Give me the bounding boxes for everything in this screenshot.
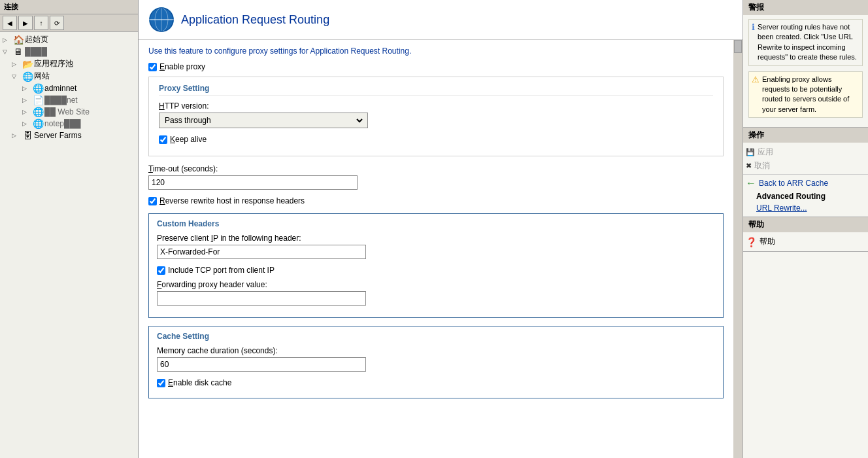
memory-cache-label: Memory cache duration (seconds): — [157, 346, 715, 355]
content-header: Application Request Routing — [139, 0, 743, 40]
sites-icon: 🌐 — [22, 71, 33, 82]
warn-icon: ⚠ — [752, 75, 760, 115]
serverfarms-label: Server Farms — [34, 131, 82, 140]
help-header: 帮助 — [743, 217, 868, 232]
startpage-icon: 🏠 — [13, 35, 24, 45]
memory-cache-input[interactable] — [157, 357, 366, 372]
apply-action[interactable]: 💾 应用 — [743, 145, 868, 159]
preserve-ip-group: Preserve client IP in the following head… — [157, 234, 715, 259]
cancel-label: 取消 — [754, 160, 770, 171]
sidebar-item-server[interactable]: ▽ 🖥 ████ — [1, 46, 137, 58]
proxy-setting-section: Proxy Setting HTTP version: Pass through… — [148, 77, 724, 156]
proxy-setting-title: Proxy Setting — [159, 84, 713, 96]
help-section: 帮助 ❓ 帮助 — [743, 217, 868, 252]
cancel-action[interactable]: ✖ 取消 — [743, 159, 868, 173]
cache-setting-section: Cache Setting Memory cache duration (sec… — [148, 326, 724, 398]
right-panel: 警报 ℹ Server routing rules have not been … — [743, 0, 868, 458]
enable-proxy-checkbox[interactable] — [148, 63, 157, 71]
sidebar-tree: ▷ 🏠 起始页 ▽ 🖥 ████ ▷ 📂 应用程序池 ▽ 🌐 网站 — [0, 32, 138, 458]
include-tcp-row: Include TCP port from client IP — [157, 266, 715, 275]
content-scrollbar[interactable] — [733, 40, 743, 458]
up-button[interactable]: ↑ — [34, 16, 48, 30]
server-label: ████ — [25, 47, 47, 56]
timeout-group: Time-out (seconds): — [148, 164, 724, 190]
actions-section: 操作 💾 应用 ✖ 取消 ← Back to ARR Cache Advance… — [743, 128, 868, 217]
sidebar-item-adminnet[interactable]: ▷ 🌐 adminnet — [1, 82, 137, 94]
sidebar-item-website[interactable]: ▷ 🌐 ██ Web Site — [1, 106, 137, 118]
help-item[interactable]: ❓ 帮助 — [743, 235, 868, 249]
http-version-select[interactable]: Pass through HTTP/1.0 HTTP/1.1 — [162, 115, 365, 126]
content-description: Use this feature to configure proxy sett… — [148, 46, 724, 56]
expand-notep-icon: ▷ — [22, 120, 31, 127]
adminnet-label: adminnet — [44, 84, 76, 93]
reverse-rewrite-checkbox[interactable] — [148, 197, 157, 205]
arr-icon — [148, 7, 175, 33]
sidebar-item-notep[interactable]: ▷ 🌐 notep███ — [1, 118, 137, 130]
alert-warn: ⚠ Enabling proxy allows requests to be p… — [748, 71, 863, 118]
custom-headers-section: Custom Headers Preserve client IP in the… — [148, 213, 724, 318]
alerts-header: 警报 — [743, 0, 868, 15]
expand-apppool-icon: ▷ — [12, 61, 21, 67]
apply-label: 应用 — [758, 147, 773, 158]
app-layout: 连接 ◀ ▶ ↑ ⟳ ▷ 🏠 起始页 ▽ 🖥 ████ ▷ 📂 — [0, 0, 868, 458]
content-body: Use this feature to configure proxy sett… — [139, 40, 733, 458]
expand-server-icon: ▽ — [3, 48, 12, 55]
website-icon: 🌐 — [33, 107, 43, 117]
sidebar-item-apppool[interactable]: ▷ 📂 应用程序池 — [1, 58, 137, 70]
http-version-group: HTTP version: Pass through HTTP/1.0 HTTP… — [159, 101, 713, 128]
help-body: ❓ 帮助 — [743, 232, 868, 251]
keep-alive-label: Keep alive — [170, 135, 207, 144]
content-scroll-wrapper: Use this feature to configure proxy sett… — [139, 40, 743, 458]
include-tcp-checkbox[interactable] — [157, 266, 165, 275]
alert-warn-text: Enabling proxy allows requests to be pot… — [762, 75, 860, 115]
expand-adminnet-icon: ▷ — [22, 85, 31, 92]
page-title: Application Request Routing — [181, 13, 329, 27]
timeout-input[interactable] — [148, 175, 358, 190]
cache-setting-title: Cache Setting — [157, 332, 715, 341]
notep-icon: 🌐 — [33, 118, 43, 129]
refresh-button[interactable]: ⟳ — [50, 16, 64, 30]
expand-sites-icon: ▽ — [12, 73, 21, 80]
info-icon: ℹ — [752, 22, 755, 63]
http-version-dropdown[interactable]: Pass through HTTP/1.0 HTTP/1.1 — [159, 113, 368, 128]
startpage-label: 起始页 — [25, 34, 48, 45]
sidebar: 连接 ◀ ▶ ↑ ⟳ ▷ 🏠 起始页 ▽ 🖥 ████ ▷ 📂 — [0, 0, 139, 458]
apppool-icon: 📂 — [22, 59, 33, 69]
dotnet-label: ████net — [44, 96, 78, 105]
sidebar-item-dotnet[interactable]: ▷ 📄 ████net — [1, 94, 137, 106]
keep-alive-checkbox[interactable] — [159, 135, 167, 144]
sidebar-item-serverfarms[interactable]: ▷ 🗄 Server Farms — [1, 130, 137, 141]
http-version-label: HTTP version: — [159, 101, 713, 111]
forwarding-input[interactable] — [157, 291, 366, 306]
timeout-label: Time-out (seconds): — [148, 164, 724, 173]
sidebar-header: 连接 — [0, 0, 138, 14]
enable-disk-checkbox[interactable] — [157, 379, 165, 387]
sidebar-item-sites[interactable]: ▽ 🌐 网站 — [1, 70, 137, 82]
server-icon: 🖥 — [13, 46, 24, 57]
scrollbar-thumb — [734, 40, 742, 53]
sidebar-toolbar: ◀ ▶ ↑ ⟳ — [0, 14, 138, 32]
sidebar-item-startpage[interactable]: ▷ 🏠 起始页 — [1, 33, 137, 46]
apply-icon: 💾 — [746, 148, 755, 156]
forwarding-label: Forwarding proxy header value: — [157, 280, 715, 289]
reverse-rewrite-label: Reverse rewrite host in response headers — [159, 196, 305, 205]
forward-button[interactable]: ▶ — [18, 16, 33, 30]
adminnet-icon: 🌐 — [33, 83, 43, 94]
advanced-routing-label: Advanced Routing — [743, 190, 868, 202]
reverse-rewrite-row: Reverse rewrite host in response headers — [148, 196, 724, 205]
back-arr-action[interactable]: ← Back to ARR Cache — [743, 176, 868, 190]
url-rewrite-link[interactable]: URL Rewrite... — [743, 202, 868, 214]
notep-label: notep███ — [44, 119, 81, 128]
enable-proxy-label: Enable proxy — [159, 62, 205, 71]
expand-dotnet-icon: ▷ — [22, 97, 31, 103]
alert-info: ℹ Server routing rules have not been cre… — [748, 19, 863, 66]
alerts-section: 警报 ℹ Server routing rules have not been … — [743, 0, 868, 128]
actions-body: 💾 应用 ✖ 取消 ← Back to ARR Cache Advanced R… — [743, 143, 868, 217]
website-label: ██ Web Site — [44, 107, 90, 116]
preserve-ip-input[interactable] — [157, 245, 366, 259]
back-arr-label: Back to ARR Cache — [759, 179, 828, 188]
back-button[interactable]: ◀ — [3, 16, 17, 30]
expand-website-icon: ▷ — [22, 109, 31, 115]
memory-cache-group: Memory cache duration (seconds): — [157, 346, 715, 372]
custom-headers-title: Custom Headers — [157, 219, 715, 228]
